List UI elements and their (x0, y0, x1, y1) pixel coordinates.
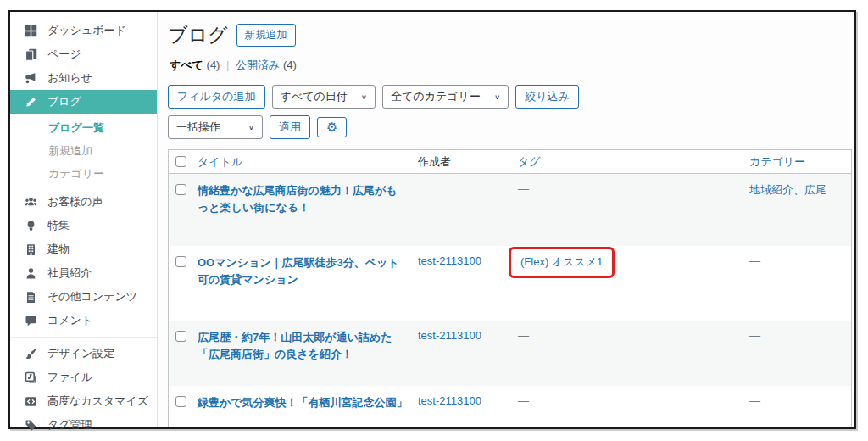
select-all-checkbox[interactable] (175, 156, 186, 167)
post-categories-link[interactable]: 地域紹介、広尾 (749, 183, 826, 196)
page-header: ブログ 新規追加 (168, 22, 852, 48)
submenu-item-categories[interactable]: カテゴリー (10, 162, 157, 185)
sidebar-item-customer-voices[interactable]: お客様の声 (10, 190, 157, 214)
dashboard-icon (25, 24, 38, 37)
pencil-icon (25, 95, 38, 109)
sidebar-item-comments[interactable]: コメント (10, 309, 157, 332)
sidebar-label: 高度なカスタマイズ (47, 394, 148, 409)
view-all-count: (4) (207, 59, 220, 71)
category-filter-select[interactable]: 全てのカテゴリー ∨ (382, 85, 509, 109)
sidebar-item-blog[interactable]: ブログ (10, 90, 157, 114)
page-title: ブログ (168, 22, 228, 48)
paintbrush-icon (25, 347, 38, 360)
sidebar-item-announcements[interactable]: お知らせ (10, 66, 157, 90)
code-icon (25, 394, 38, 408)
column-header-categories[interactable]: カテゴリー (749, 154, 851, 170)
sidebar-item-files[interactable]: ファイル (10, 366, 157, 389)
chevron-down-icon: ∨ (248, 124, 254, 131)
apply-button[interactable]: 適用 (270, 115, 310, 139)
submenu-item-blog-list[interactable]: ブログ一覧 (10, 116, 157, 139)
lightbulb-icon (25, 219, 38, 232)
sidebar-label: タグ管理 (47, 417, 92, 433)
view-all-link[interactable]: すべて (170, 59, 203, 71)
post-author-link[interactable]: test-2113100 (418, 329, 481, 342)
sidebar-divider (10, 337, 157, 338)
bulk-actions-toolbar: 一括操作 ∨ 適用 ⚙ (168, 115, 852, 139)
admin-sidebar: ダッシュボード ページ お知らせ ブログ ブログ一覧 新規追加 カテゴリー (10, 12, 158, 427)
post-tag-link[interactable]: (Flex) オススメ1 (520, 255, 603, 268)
media-files-icon (25, 371, 38, 384)
sidebar-item-design-settings[interactable]: デザイン設定 (10, 342, 157, 366)
sidebar-label: お知らせ (47, 70, 92, 86)
sidebar-item-pages[interactable]: ページ (10, 42, 157, 66)
post-author-link[interactable]: test-2113100 (418, 254, 481, 267)
post-title-link[interactable]: 緑豊かで気分爽快！「有栖川宮記念公園」 (198, 394, 408, 411)
table-row: 広尾歴・約7年！山田太郎が通い詰めた「広尾商店街」の良さを紹介！ test-21… (169, 321, 851, 386)
sidebar-item-features[interactable]: 特集 (10, 214, 157, 237)
red-annotation-box: (Flex) オススメ1 (509, 247, 615, 278)
screenshot-frame: ダッシュボード ページ お知らせ ブログ ブログ一覧 新規追加 カテゴリー (8, 10, 856, 429)
pages-icon (25, 47, 38, 61)
chevron-down-icon: ∨ (361, 93, 367, 101)
sidebar-item-dashboard[interactable]: ダッシュボード (10, 19, 157, 42)
sidebar-label: ブログ (47, 94, 81, 109)
post-tags: — (518, 182, 529, 195)
chevron-down-icon: ∨ (494, 93, 500, 101)
table-row: OOマンション｜広尾駅徒歩3分、ペット可の賃貸マンション test-211310… (169, 246, 851, 321)
submenu-item-add-new[interactable]: 新規追加 (10, 139, 157, 162)
view-separator: | (226, 59, 229, 71)
person-icon (25, 266, 38, 280)
sidebar-label: その他コンテンツ (47, 289, 137, 304)
sidebar-label: デザイン設定 (47, 346, 114, 361)
bulk-action-select[interactable]: 一括操作 ∨ (168, 115, 263, 139)
sidebar-item-staff[interactable]: 社員紹介 (10, 261, 157, 285)
sidebar-item-other-content[interactable]: その他コンテンツ (10, 285, 157, 309)
row-checkbox[interactable] (175, 331, 186, 342)
post-author-link[interactable]: test-2113100 (418, 394, 481, 407)
date-filter-select[interactable]: すべての日付 ∨ (272, 85, 376, 109)
post-tags: — (518, 329, 529, 342)
post-categories: — (749, 394, 760, 407)
post-categories: — (749, 329, 760, 342)
megaphone-icon (25, 71, 38, 85)
column-header-tags[interactable]: タグ (518, 154, 749, 170)
people-group-icon (25, 195, 38, 209)
column-header-author: 作成者 (418, 154, 518, 170)
filter-toolbar: フィルタの追加 すべての日付 ∨ 全てのカテゴリー ∨ 絞り込み (168, 85, 852, 109)
post-categories: — (749, 254, 760, 267)
sidebar-label: 社員紹介 (47, 265, 92, 281)
column-header-title[interactable]: タイトル (198, 154, 418, 170)
table-row: 緑豊かで気分爽快！「有栖川宮記念公園」 test-2113100 — — (169, 386, 851, 427)
add-new-button[interactable]: 新規追加 (236, 24, 296, 47)
post-tags: — (518, 394, 529, 407)
gear-icon[interactable]: ⚙ (317, 117, 347, 137)
building-icon (25, 243, 38, 256)
filter-apply-button[interactable]: 絞り込み (515, 85, 579, 109)
sidebar-label: ファイル (47, 370, 92, 385)
view-links: すべて (4) | 公開済み (4) (170, 58, 852, 73)
row-checkbox[interactable] (175, 396, 186, 407)
view-published-count: (4) (283, 59, 297, 71)
document-icon (25, 290, 38, 304)
view-published-link[interactable]: 公開済み (236, 59, 280, 71)
row-checkbox[interactable] (175, 184, 186, 195)
sidebar-label: コメント (47, 313, 92, 328)
sidebar-label: 建物 (47, 242, 70, 257)
post-title-link[interactable]: 広尾歴・約7年！山田太郎が通い詰めた「広尾商店街」の良さを紹介！ (198, 329, 408, 362)
sidebar-label: ダッシュボード (47, 23, 126, 38)
sidebar-item-buildings[interactable]: 建物 (10, 237, 157, 261)
table-row: 情緒豊かな広尾商店街の魅力！広尾がもっと楽しい街になる！ — 地域紹介、広尾 (169, 174, 851, 246)
add-filter-button[interactable]: フィルタの追加 (168, 85, 265, 109)
sidebar-item-tag-management[interactable]: タグ管理 (10, 413, 157, 437)
sidebar-label: お客様の声 (47, 194, 103, 209)
posts-table: タイトル 作成者 タグ カテゴリー 情緒豊かな広尾商店街の魅力！広尾がもっと楽し… (168, 149, 852, 427)
row-checkbox[interactable] (175, 256, 186, 267)
main-content: ブログ 新規追加 すべて (4) | 公開済み (4) フィルタの追加 すべての… (158, 12, 854, 427)
tag-icon (25, 418, 38, 432)
post-title-link[interactable]: 情緒豊かな広尾商店街の魅力！広尾がもっと楽しい街になる！ (198, 182, 408, 215)
comment-bubble-icon (25, 314, 38, 327)
sidebar-item-advanced-customize[interactable]: 高度なカスタマイズ (10, 389, 157, 413)
post-title-link[interactable]: OOマンション｜広尾駅徒歩3分、ペット可の賃貸マンション (198, 254, 408, 287)
table-header-row: タイトル 作成者 タグ カテゴリー (169, 150, 851, 174)
sidebar-label: 特集 (47, 218, 70, 233)
